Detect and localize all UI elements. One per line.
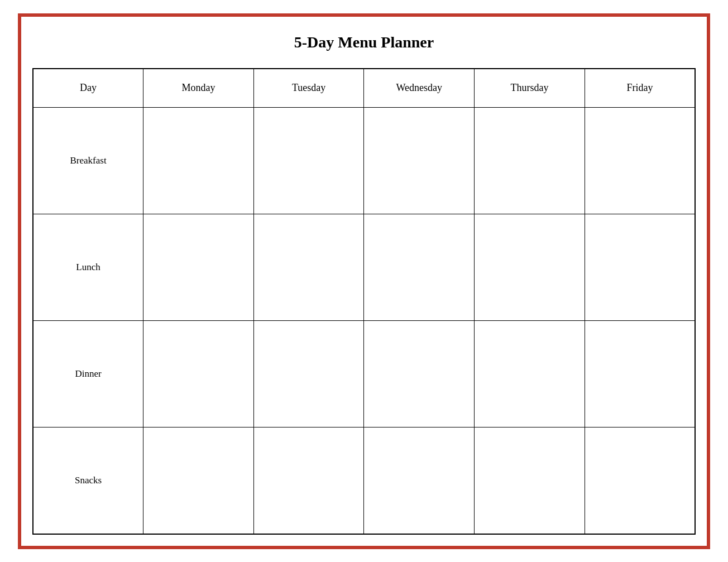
header-day: Day	[33, 69, 143, 108]
header-tuesday: Tuesday	[253, 69, 364, 108]
meal-label-breakfast: Breakfast	[33, 108, 143, 214]
cell-row3-day3[interactable]	[475, 427, 585, 534]
cell-row0-day3[interactable]	[475, 108, 585, 214]
cell-row3-day4[interactable]	[585, 427, 695, 534]
page-title: 5-Day Menu Planner	[294, 33, 434, 51]
meal-label-lunch: Lunch	[33, 214, 143, 321]
cell-row1-day1[interactable]	[253, 214, 364, 321]
table-row: Breakfast	[33, 108, 695, 214]
header-monday: Monday	[143, 69, 254, 108]
meal-label-dinner: Dinner	[33, 321, 143, 427]
table-row: Snacks	[33, 427, 695, 534]
cell-row0-day0[interactable]	[143, 108, 254, 214]
cell-row1-day2[interactable]	[364, 214, 475, 321]
header-row: Day Monday Tuesday Wednesday Thursday Fr…	[33, 69, 695, 108]
cell-row3-day0[interactable]	[143, 427, 254, 534]
cell-row2-day4[interactable]	[585, 321, 695, 427]
cell-row2-day3[interactable]	[475, 321, 585, 427]
cell-row1-day3[interactable]	[475, 214, 585, 321]
meal-label-snacks: Snacks	[33, 427, 143, 534]
planner-table: Day Monday Tuesday Wednesday Thursday Fr…	[32, 68, 696, 535]
cell-row2-day0[interactable]	[143, 321, 254, 427]
cell-row1-day0[interactable]	[143, 214, 254, 321]
header-friday: Friday	[585, 69, 695, 108]
table-row: Dinner	[33, 321, 695, 427]
cell-row2-day1[interactable]	[253, 321, 364, 427]
header-thursday: Thursday	[475, 69, 585, 108]
cell-row2-day2[interactable]	[364, 321, 475, 427]
cell-row0-day4[interactable]	[585, 108, 695, 214]
cell-row0-day2[interactable]	[364, 108, 475, 214]
page-wrapper: 5-Day Menu Planner Day Monday Tuesday We…	[18, 13, 710, 549]
table-row: Lunch	[33, 214, 695, 321]
cell-row3-day2[interactable]	[364, 427, 475, 534]
cell-row1-day4[interactable]	[585, 214, 695, 321]
header-wednesday: Wednesday	[364, 69, 475, 108]
cell-row0-day1[interactable]	[253, 108, 364, 214]
cell-row3-day1[interactable]	[253, 427, 364, 534]
